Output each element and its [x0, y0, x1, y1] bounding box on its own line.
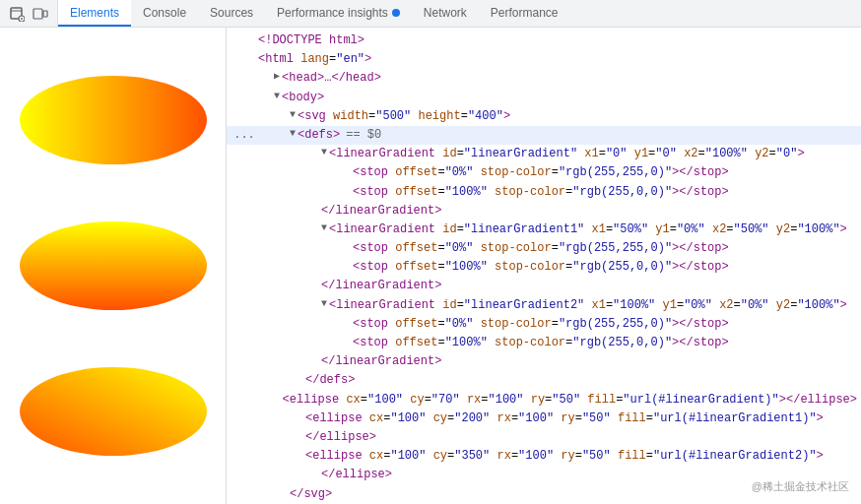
- code-line: <stop offset="100%" stop-color="rgb(255,…: [227, 334, 861, 352]
- code-line: <stop offset="100%" stop-color="rgb(255,…: [227, 258, 861, 277]
- code-line: ▼ <svg width="500" height="400" >: [227, 107, 861, 126]
- code-line-defs-selected[interactable]: ... ▼ <defs> == $0: [227, 126, 861, 145]
- preview-panel: [0, 28, 227, 504]
- tab-sources[interactable]: Sources: [198, 0, 265, 27]
- code-line: ▼ <body>: [227, 89, 861, 107]
- inspect-icon[interactable]: [8, 5, 26, 23]
- device-icon[interactable]: [32, 5, 49, 23]
- code-line: </linearGradient>: [227, 352, 861, 371]
- expand-lg2[interactable]: ▼: [321, 220, 327, 236]
- code-panel[interactable]: <!DOCTYPE html> <html lang="en"> ▶ <head…: [227, 28, 861, 504]
- code-line: </ellipse>: [227, 428, 861, 447]
- code-line: ▼ <linearGradient id="linearGradient2" x…: [227, 296, 861, 315]
- code-line: </linearGradient>: [227, 277, 861, 295]
- perf-insights-notification-dot: [392, 9, 400, 17]
- code-line: <ellipse cx="100" cy="70" rx="100" ry="5…: [227, 391, 861, 410]
- code-line: <stop offset="0%" stop-color="rgb(255,25…: [227, 163, 861, 182]
- main-content: <!DOCTYPE html> <html lang="en"> ▶ <head…: [0, 28, 861, 504]
- svg-rect-4: [33, 9, 42, 19]
- devtools-toolbar: Elements Console Sources Performance ins…: [0, 0, 861, 28]
- expand-lg3[interactable]: ▼: [321, 296, 327, 312]
- svg-point-8: [20, 367, 207, 456]
- code-line: <stop offset="0%" stop-color="rgb(255,25…: [227, 239, 861, 258]
- svg-point-6: [20, 76, 207, 164]
- code-content: <!DOCTYPE html> <html lang="en"> ▶ <head…: [227, 28, 861, 504]
- code-line: ▶ <head>…</head>: [227, 69, 861, 88]
- ellipse-preview-3: [15, 362, 212, 461]
- code-line: </linearGradient>: [227, 202, 861, 220]
- expand-body[interactable]: ▼: [274, 89, 280, 104]
- code-line: <ellipse cx="100" cy="350" rx="100" ry="…: [227, 447, 861, 466]
- watermark: @稀土掘金技术社区: [752, 478, 849, 496]
- tab-performance[interactable]: Performance: [479, 0, 570, 27]
- code-line: <html lang="en">: [227, 50, 861, 69]
- expand-svg[interactable]: ▼: [290, 107, 296, 123]
- tab-performance-insights[interactable]: Performance insights: [265, 0, 412, 27]
- expand-defs[interactable]: ▼: [290, 126, 296, 142]
- tab-list: Elements Console Sources Performance ins…: [58, 0, 861, 27]
- code-line: ▼ <linearGradient id="linearGradient1" x…: [227, 220, 861, 239]
- expand-lg1[interactable]: ▼: [321, 145, 327, 160]
- code-line: </defs>: [227, 371, 861, 390]
- code-line: ▼ <linearGradient id="linearGradient" x1…: [227, 145, 861, 163]
- code-line: <ellipse cx="100" cy="200" rx="100" ry="…: [227, 410, 861, 428]
- ellipse-preview-1: [15, 71, 212, 169]
- tab-console[interactable]: Console: [131, 0, 198, 27]
- expand-head[interactable]: ▶: [274, 69, 280, 85]
- svg-point-7: [20, 221, 207, 310]
- code-line: <stop offset="100%" stop-color="rgb(255,…: [227, 183, 861, 202]
- code-line: <stop offset="0%" stop-color="rgb(255,25…: [227, 315, 861, 334]
- toolbar-icon-group: [0, 0, 58, 27]
- svg-rect-5: [43, 11, 47, 17]
- tab-elements[interactable]: Elements: [58, 0, 131, 27]
- tab-network[interactable]: Network: [412, 0, 479, 27]
- code-line: <!DOCTYPE html>: [227, 32, 861, 50]
- ellipse-preview-2: [15, 217, 212, 315]
